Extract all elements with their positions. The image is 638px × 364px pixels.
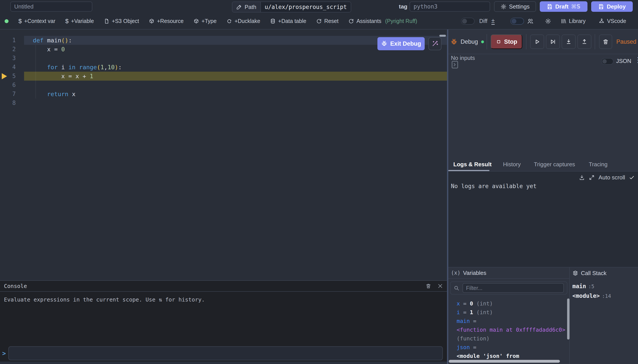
draft-shortcut: ⌘S	[571, 3, 580, 10]
console-footer-strip	[0, 362, 447, 364]
bug-icon	[381, 40, 387, 47]
call-stack-frame[interactable]: <module>:14	[572, 292, 611, 301]
add-data-table-button[interactable]: +Data table	[270, 18, 306, 24]
add-type-button[interactable]: +Type	[193, 18, 217, 24]
code-content[interactable]: def main(): x = 0 for i in range(1,10): …	[33, 36, 122, 108]
console-hint: Evaluate expressions in the current scop…	[4, 296, 205, 303]
add-context-var-button[interactable]: $ +Context var	[18, 18, 55, 25]
call-stack-header: Call Stack	[572, 268, 606, 279]
code-editor[interactable]: 12345678 def main(): x = 0 for i in rang…	[0, 30, 448, 280]
tab-tracing[interactable]: Tracing	[589, 160, 607, 168]
variable-row[interactable]: <function main at 0xffffadadd6c0>	[457, 326, 566, 334]
code-line	[33, 80, 122, 90]
auto-scroll-label[interactable]: Auto scroll	[599, 174, 625, 181]
kebab-menu-icon[interactable]: ⋮	[634, 56, 638, 64]
step-over-button[interactable]	[546, 34, 560, 49]
add-variable-button[interactable]: $ +Variable	[65, 18, 94, 25]
divider	[526, 34, 526, 50]
console-expression-input[interactable]	[8, 346, 443, 360]
line-number[interactable]: 7	[0, 90, 16, 98]
paused-status: Paused	[616, 30, 636, 54]
tab-logs-result[interactable]: Logs & Result	[453, 160, 492, 168]
line-number[interactable]: 1	[0, 36, 16, 45]
code-line	[33, 98, 122, 108]
save-icon	[547, 4, 553, 10]
variable-row[interactable]: main =	[457, 317, 566, 326]
line-number[interactable]: 6	[0, 80, 16, 90]
download-logs-icon[interactable]	[579, 174, 585, 180]
trash-button[interactable]	[599, 34, 612, 49]
assistants-button[interactable]: Assistants (Pyright Ruff)	[348, 18, 417, 24]
editor-settings-gear-icon[interactable]	[545, 18, 551, 24]
path-value[interactable]: u/alex/prosperous_script	[261, 2, 351, 12]
reset-button[interactable]: Reset	[316, 18, 338, 24]
vscode-button[interactable]: VScode	[599, 18, 626, 24]
settings-button[interactable]: Settings	[494, 1, 536, 12]
variables-filter-box	[450, 282, 567, 294]
debug-panel-header: Debug Stop Paused	[448, 30, 638, 54]
code-line: return x	[33, 90, 122, 98]
step-into-button[interactable]	[562, 34, 576, 49]
variable-row[interactable]: (function)	[457, 334, 566, 343]
call-stack-frames[interactable]: main:5<module>:14	[572, 282, 611, 301]
variables-filter-input[interactable]	[463, 283, 564, 293]
add-ducklake-button[interactable]: +Ducklake	[227, 18, 260, 24]
check-icon[interactable]	[629, 175, 634, 180]
line-number[interactable]: 2	[0, 45, 16, 54]
path-label: Path	[245, 4, 256, 10]
tab-history[interactable]: History	[503, 160, 521, 168]
ai-wand-button[interactable]	[429, 37, 442, 50]
line-number[interactable]: 8	[0, 98, 16, 108]
variable-row[interactable]: <module 'json' from	[457, 352, 566, 360]
script-title-input[interactable]	[10, 2, 92, 12]
database-icon	[270, 18, 276, 24]
pencil-icon	[236, 4, 242, 10]
dollar-icon: $	[65, 18, 69, 25]
debug-panel-title: Debug	[461, 38, 478, 45]
draft-button[interactable]: Draft ⌘S	[540, 1, 587, 12]
line-number[interactable]: 4	[0, 63, 16, 72]
variables-horizontal-scrollbar[interactable]	[449, 360, 560, 363]
json-toggle[interactable]	[601, 58, 613, 65]
clear-console-trash-icon[interactable]	[426, 283, 431, 289]
call-stack-frame[interactable]: main:5	[572, 282, 611, 292]
search-icon	[454, 285, 460, 291]
file-icon	[104, 18, 109, 24]
vscode-icon	[599, 18, 604, 24]
library-bars-icon	[561, 18, 566, 24]
deploy-button[interactable]: Deploy	[591, 1, 633, 12]
code-line: x = 0	[33, 45, 122, 54]
variable-row[interactable]: x = 0 (int)	[457, 299, 566, 308]
expand-logs-icon[interactable]	[589, 174, 595, 180]
plus-minus-icon[interactable]: ±	[491, 18, 495, 25]
save-icon	[598, 4, 604, 10]
line-number[interactable]: 3	[0, 54, 16, 63]
divider	[487, 34, 487, 50]
line-number-gutter[interactable]: 12345678	[0, 36, 16, 108]
duck-icon	[227, 18, 232, 24]
code-line: x = x + 1	[33, 72, 122, 80]
multiplayer-toggle[interactable]	[510, 18, 524, 25]
variables-list[interactable]: x = 0 (int)i = 1 (int)main =<function ma…	[457, 299, 566, 360]
console-title: Console	[4, 283, 27, 289]
library-button[interactable]: Library	[561, 18, 585, 24]
tag-input[interactable]	[409, 2, 490, 12]
debug-panel: Debug Stop Paused No inputs	[448, 30, 638, 364]
step-out-button[interactable]	[577, 34, 591, 49]
scrollbar-thumb[interactable]	[439, 35, 446, 37]
line-number[interactable]: 5	[0, 72, 16, 80]
diff-toggle[interactable]	[461, 18, 475, 25]
path-group[interactable]: Path u/alex/prosperous_script	[232, 2, 351, 12]
connection-status-dot	[5, 19, 9, 23]
add-s3-object-button[interactable]: +S3 Object	[104, 18, 139, 24]
variable-row[interactable]: json =	[457, 343, 566, 352]
users-icon	[527, 18, 534, 24]
exit-debug-button[interactable]: Exit Debug	[377, 37, 425, 50]
variables-vertical-scrollbar[interactable]	[567, 298, 569, 340]
continue-button[interactable]	[530, 34, 544, 49]
close-console-icon[interactable]	[437, 283, 443, 289]
stop-button[interactable]: Stop	[491, 34, 522, 49]
tab-trigger-captures[interactable]: Trigger captures	[534, 160, 575, 168]
add-resource-button[interactable]: +Resource	[149, 18, 183, 24]
variable-row[interactable]: i = 1 (int)	[457, 308, 566, 317]
